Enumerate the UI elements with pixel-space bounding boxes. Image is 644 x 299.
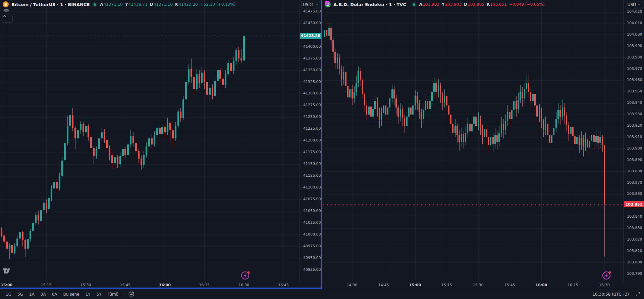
btc-ohlc-values: A41371.10 Y41438.71 D41371.10 K41423.20 … [100, 2, 235, 7]
toolbar-separator [124, 291, 124, 297]
range-button-1g[interactable]: 1G [3, 291, 14, 298]
candle-body [520, 92, 521, 100]
btc-candlestick-canvas[interactable] [0, 0, 300, 281]
btc-last-price-label: 41423.20 [300, 33, 321, 39]
dxy-price-axis[interactable]: USD 104.020104.010104.000103.990103.9801… [623, 0, 644, 281]
candle-body [604, 145, 605, 204]
candle-body [522, 92, 523, 98]
candle-body [199, 74, 200, 83]
candle-body [328, 28, 330, 36]
candle-body [524, 89, 525, 98]
candle-body [53, 182, 55, 189]
price-tick-label: 103.910 [624, 135, 644, 139]
candle-body [551, 135, 552, 143]
candle-body [579, 137, 580, 145]
price-tick-label: 103.870 [624, 180, 644, 185]
candle-body [395, 98, 397, 108]
range-button-tümü[interactable]: Tümü [105, 291, 122, 298]
candle-body [438, 85, 439, 92]
time-tick-label: 14:30 [345, 283, 360, 287]
candle-body [562, 108, 563, 117]
dxy-candlestick-canvas[interactable] [322, 0, 623, 281]
chart-pane-btc[interactable]: ฿ Bitcoin / TetherUS · 1 · BINANCE A4137… [0, 0, 300, 281]
price-tick-label: 103.940 [624, 100, 644, 105]
candle-body [88, 126, 89, 137]
candle-body [360, 71, 361, 80]
change-value: +52.10 (+0.13%) [200, 2, 236, 7]
price-tick-label: 103.880 [624, 169, 644, 173]
price-tick-label: 41025.00 [300, 220, 321, 225]
price-tick-label: 41475.00 [300, 9, 321, 13]
candle-body [391, 89, 393, 98]
candle-body [151, 138, 153, 144]
candle-body [326, 30, 327, 36]
candle-body [581, 138, 582, 145]
price-tick-label: 41375.00 [300, 56, 321, 60]
range-button-1a[interactable]: 1A [26, 291, 38, 298]
candle-body [534, 94, 536, 105]
candle-body [227, 63, 229, 74]
candle-body [574, 136, 576, 144]
candle-body [528, 83, 529, 92]
currency-unit-dropdown-usd[interactable]: USD [625, 1, 643, 8]
candle-body [130, 136, 131, 144]
candle-body [429, 101, 431, 109]
candle-body [490, 137, 491, 145]
candle-body [132, 136, 134, 143]
maximize-icon[interactable] [635, 291, 641, 298]
candle-body [431, 92, 433, 101]
price-tick-label: 40925.00 [300, 267, 321, 272]
candle-body [156, 128, 158, 135]
range-button-5g[interactable]: 5G [14, 291, 26, 298]
range-button-bu-sene[interactable]: Bu sene [60, 291, 82, 298]
candle-body [513, 101, 515, 110]
low-value: 41371.10 [154, 2, 173, 7]
candle-body [337, 57, 338, 63]
candle-body [167, 123, 168, 132]
candle-body [80, 124, 82, 130]
candle-body [343, 72, 344, 80]
candle-body [452, 124, 453, 133]
candle-body [114, 157, 116, 163]
candle-body [59, 176, 60, 189]
time-tick-label: 16:30 [597, 283, 612, 287]
price-tick-label: 41150.00 [300, 162, 321, 166]
time-tick-label: 15:30 [78, 283, 93, 287]
chart-pane-dxy[interactable]: $ A.B.D. Dolar Endeksi · 1 · TVC A103.90… [322, 0, 623, 281]
currency-unit-dropdown-usdt[interactable]: USDT [301, 1, 320, 8]
candle-body [518, 100, 519, 109]
candle-body [72, 115, 73, 128]
collapse-panel-button[interactable] [2, 15, 13, 23]
range-button-1y[interactable]: 1Y [83, 291, 94, 298]
candle-body [11, 245, 13, 252]
candle-body [43, 203, 45, 210]
candle-body [30, 231, 31, 239]
time-tick-label: 16:45 [276, 283, 291, 287]
range-button-6a[interactable]: 6A [49, 291, 60, 298]
candle-body [532, 94, 534, 101]
range-button-3a[interactable]: 3A [38, 291, 49, 298]
price-tick-label: 41200.00 [300, 138, 321, 142]
candle-body [559, 110, 561, 117]
boost-lightning-button[interactable] [240, 270, 250, 280]
candle-body [206, 82, 208, 95]
btc-symbol-title[interactable]: Bitcoin / TetherUS · 1 · BINANCE [11, 2, 90, 7]
time-tick-label: 15:45 [502, 283, 517, 287]
price-tick-label: 41075.00 [300, 197, 321, 201]
market-status-icon [92, 2, 97, 7]
candle-body [505, 121, 506, 130]
candle-body [90, 137, 92, 148]
dxy-symbol-title[interactable]: A.B.D. Dolar Endeksi · 1 · TVC [333, 2, 406, 7]
chart-split-divider[interactable] [321, 0, 322, 289]
candle-body [339, 57, 340, 69]
range-button-5y[interactable]: 5Y [94, 291, 105, 298]
btc-price-axis[interactable]: USDT 41475.0041450.0041425.0041400.00413… [300, 0, 321, 281]
candle-body [19, 232, 21, 238]
go-to-date-calendar-icon[interactable] [127, 291, 135, 298]
boost-lightning-button[interactable] [601, 270, 611, 280]
candle-body [159, 128, 161, 134]
session-clock[interactable]: 16:30:58 (UTC+3) [592, 292, 629, 297]
price-tick-label: 41250.00 [300, 115, 321, 119]
candle-body [570, 127, 572, 134]
price-tick-label: 103.840 [624, 214, 644, 219]
